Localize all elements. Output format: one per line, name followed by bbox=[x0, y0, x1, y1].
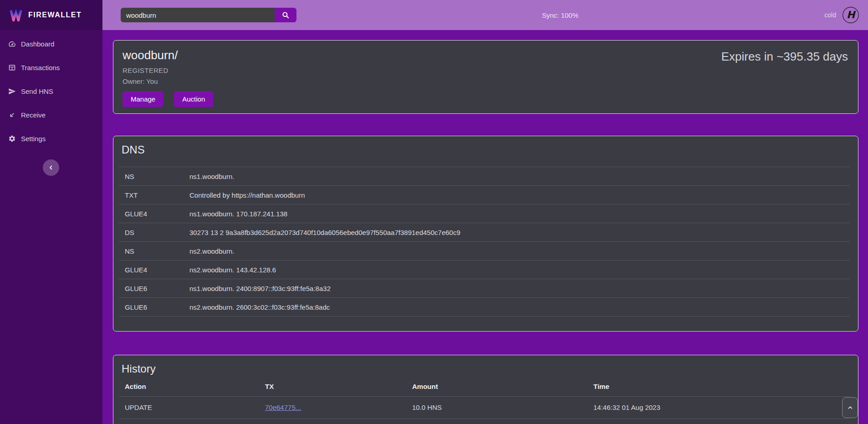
gauge-icon bbox=[8, 40, 16, 48]
history-col-tx: TX bbox=[259, 377, 406, 396]
dns-record-value: ns2.woodburn. 143.42.128.6 bbox=[184, 261, 849, 279]
dns-record-row: GLUE4 ns2.woodburn. 143.42.128.6 bbox=[119, 261, 849, 279]
firewallet-w-logo-icon bbox=[9, 9, 23, 21]
brand[interactable]: FIREWALLET bbox=[0, 0, 102, 30]
history-header-row: Action TX Amount Time bbox=[119, 377, 849, 396]
sidebar-item-label: Send HNS bbox=[21, 87, 53, 95]
tx-link[interactable]: 70e64775... bbox=[265, 404, 301, 411]
brand-name: FIREWALLET bbox=[28, 11, 82, 19]
main-content: woodburn/ REGISTERED Owner: You Manage A… bbox=[102, 30, 868, 424]
wallet-indicator: cold H bbox=[824, 6, 860, 24]
dns-card: DNS NS ns1.woodburn. TXT Controlled by h… bbox=[113, 136, 858, 332]
sidebar-item-send-hns[interactable]: Send HNS bbox=[0, 81, 102, 101]
domain-expires: Expires in ~395.35 days bbox=[721, 50, 848, 64]
topbar: Sync: 100% cold H bbox=[102, 0, 868, 30]
searchbox bbox=[121, 8, 296, 22]
sidebar-item-label: Receive bbox=[21, 111, 46, 119]
chevron-up-icon bbox=[847, 404, 853, 411]
svg-text:H: H bbox=[847, 9, 856, 20]
dns-record-row: NS ns1.woodburn. bbox=[119, 167, 849, 186]
history-amount: 10.0 HNS bbox=[406, 419, 587, 424]
wallet-name: cold bbox=[824, 11, 836, 19]
history-action: RENEW bbox=[119, 419, 259, 424]
history-row: UPDATE 70e64775... 10.0 HNS 14:46:32 01 … bbox=[119, 396, 849, 419]
sidebar-item-transactions[interactable]: Transactions bbox=[0, 57, 102, 77]
sidebar-item-dashboard[interactable]: Dashboard bbox=[0, 34, 102, 54]
dns-record-value: ns1.woodburn. 2400:8907::f03c:93ff:fe5a:… bbox=[184, 279, 849, 298]
dns-record-value: ns1.woodburn. 170.187.241.138 bbox=[184, 204, 849, 223]
history-table: Action TX Amount Time UPDATE 70e64775...… bbox=[119, 377, 849, 424]
search-icon bbox=[281, 11, 290, 19]
manage-button[interactable]: Manage bbox=[123, 91, 163, 107]
dns-table: NS ns1.woodburn. TXT Controlled by https… bbox=[119, 167, 849, 317]
dns-record-type: GLUE4 bbox=[119, 261, 184, 279]
auction-button[interactable]: Auction bbox=[174, 91, 213, 107]
table-icon bbox=[8, 64, 16, 72]
domain-status: REGISTERED bbox=[123, 66, 849, 74]
dns-record-type: NS bbox=[119, 242, 184, 261]
dns-record-value: ns1.woodburn. bbox=[184, 167, 849, 186]
history-col-action: Action bbox=[119, 377, 259, 396]
scroll-to-top-button[interactable] bbox=[842, 397, 858, 418]
domain-actions: Manage Auction bbox=[123, 91, 849, 107]
send-icon bbox=[8, 87, 16, 95]
handshake-logo-icon[interactable]: H bbox=[842, 6, 860, 24]
dns-record-value: Controlled by https://nathan.woodburn bbox=[184, 186, 849, 204]
history-amount: 10.0 HNS bbox=[406, 396, 587, 419]
chevron-left-icon bbox=[48, 164, 54, 171]
dns-record-row: DS 30273 13 2 9a3a8fb3d625d2a2073d740f10… bbox=[119, 223, 849, 242]
history-action: UPDATE bbox=[119, 396, 259, 419]
dns-record-row: GLUE6 ns2.woodburn. 2600:3c02::f03c:93ff… bbox=[119, 298, 849, 317]
dns-record-value: ns2.woodburn. 2600:3c02::f03c:93ff:fe5a:… bbox=[184, 298, 849, 317]
sidebar: FIREWALLET Dashboard Transactions Send H… bbox=[0, 0, 102, 424]
sidebar-collapse-button[interactable] bbox=[43, 159, 59, 176]
receive-arrow-icon bbox=[8, 111, 16, 119]
history-col-time: Time bbox=[587, 377, 849, 396]
dns-record-type: GLUE6 bbox=[119, 279, 184, 298]
dns-record-type: NS bbox=[119, 167, 184, 186]
history-time: 15:47:36 07 Jul 2023 bbox=[587, 419, 849, 424]
dns-record-row: GLUE6 ns1.woodburn. 2400:8907::f03c:93ff… bbox=[119, 279, 849, 298]
history-title: History bbox=[113, 363, 858, 375]
history-card: History Action TX Amount Time UPDATE 70e… bbox=[113, 355, 858, 424]
dns-record-type: GLUE6 bbox=[119, 298, 184, 317]
dns-record-type: DS bbox=[119, 223, 184, 242]
history-row: RENEW d7b43c... 10.0 HNS 15:47:36 07 Jul… bbox=[119, 419, 849, 424]
dns-record-value: ns2.woodburn. bbox=[184, 242, 849, 261]
sidebar-nav: Dashboard Transactions Send HNS Receive … bbox=[0, 30, 102, 148]
sidebar-item-label: Settings bbox=[21, 135, 46, 143]
sidebar-item-label: Transactions bbox=[21, 64, 60, 72]
domain-owner: Owner: You bbox=[123, 77, 849, 85]
dns-record-type: GLUE4 bbox=[119, 204, 184, 223]
dns-record-row: GLUE4 ns1.woodburn. 170.187.241.138 bbox=[119, 204, 849, 223]
domain-card: woodburn/ REGISTERED Owner: You Manage A… bbox=[113, 40, 858, 114]
sync-status: Sync: 100% bbox=[542, 11, 578, 19]
history-col-amount: Amount bbox=[406, 377, 587, 396]
history-time: 14:46:32 01 Aug 2023 bbox=[587, 396, 849, 419]
dns-title: DNS bbox=[113, 143, 858, 156]
gear-icon bbox=[8, 135, 16, 143]
dns-record-value: 30273 13 2 9a3a8fb3d625d2a2073d740f10da6… bbox=[184, 223, 849, 242]
sidebar-item-receive[interactable]: Receive bbox=[0, 105, 102, 125]
dns-record-row: TXT Controlled by https://nathan.woodbur… bbox=[119, 186, 849, 204]
search-input[interactable] bbox=[121, 8, 275, 22]
sidebar-item-settings[interactable]: Settings bbox=[0, 128, 102, 148]
dns-record-row: NS ns2.woodburn. bbox=[119, 242, 849, 261]
dns-record-type: TXT bbox=[119, 186, 184, 204]
search-button[interactable] bbox=[275, 8, 296, 22]
sidebar-item-label: Dashboard bbox=[21, 40, 54, 48]
